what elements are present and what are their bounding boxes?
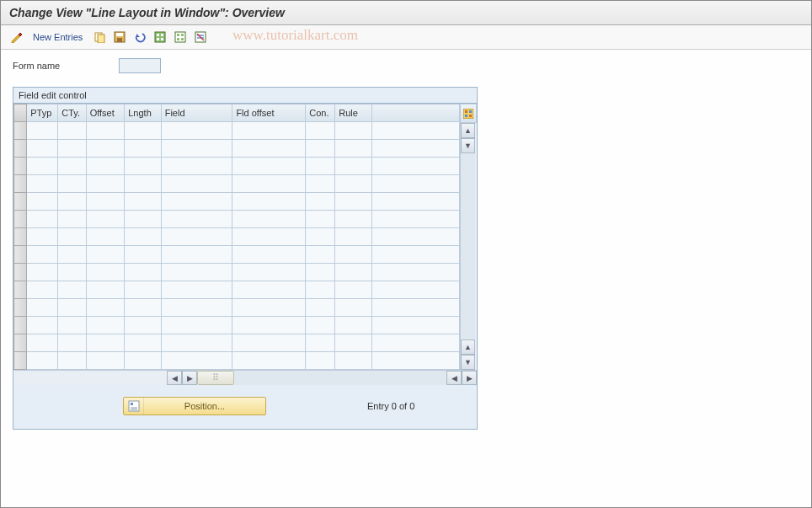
cell[interactable] bbox=[125, 175, 161, 193]
row-selector[interactable] bbox=[14, 352, 27, 370]
cell[interactable] bbox=[232, 140, 306, 158]
undo-icon[interactable] bbox=[131, 29, 148, 45]
cell[interactable] bbox=[27, 140, 58, 158]
cell[interactable] bbox=[232, 317, 306, 334]
row-selector[interactable] bbox=[14, 281, 27, 299]
cell[interactable] bbox=[161, 352, 232, 370]
cell[interactable] bbox=[125, 352, 161, 370]
cell[interactable] bbox=[232, 158, 306, 175]
cell[interactable] bbox=[27, 175, 58, 193]
cell[interactable] bbox=[161, 140, 232, 158]
cell[interactable] bbox=[306, 211, 335, 228]
table-row[interactable] bbox=[14, 211, 460, 228]
cell[interactable] bbox=[58, 158, 86, 175]
position-button[interactable]: Position... bbox=[123, 397, 266, 415]
cell[interactable] bbox=[86, 193, 125, 211]
row-selector[interactable] bbox=[14, 264, 27, 281]
cell[interactable] bbox=[58, 140, 86, 158]
vertical-scrollbar[interactable]: ▲ ▼ ▲ ▼ bbox=[460, 123, 475, 370]
cell[interactable] bbox=[27, 352, 58, 370]
cell[interactable] bbox=[161, 211, 232, 228]
cell[interactable] bbox=[306, 193, 335, 211]
row-selector[interactable] bbox=[14, 175, 27, 193]
cell[interactable] bbox=[335, 299, 371, 317]
cell[interactable] bbox=[27, 299, 58, 317]
table-row[interactable] bbox=[14, 246, 460, 264]
cell[interactable] bbox=[232, 175, 306, 193]
table-row[interactable] bbox=[14, 140, 460, 158]
cell[interactable] bbox=[335, 317, 371, 334]
col-header-ptyp[interactable]: PTyp bbox=[27, 104, 58, 122]
scroll-right-icon[interactable]: ▶ bbox=[182, 371, 197, 385]
cell[interactable] bbox=[86, 158, 125, 175]
cell[interactable] bbox=[86, 317, 125, 334]
cell[interactable] bbox=[125, 317, 161, 334]
cell[interactable] bbox=[161, 299, 232, 317]
cell[interactable] bbox=[161, 175, 232, 193]
form-name-input[interactable] bbox=[119, 58, 161, 73]
delete-icon[interactable] bbox=[192, 29, 209, 45]
cell[interactable] bbox=[161, 246, 232, 264]
table-row[interactable] bbox=[14, 299, 460, 317]
cell[interactable] bbox=[27, 158, 58, 175]
col-header-offset[interactable]: Offset bbox=[86, 104, 125, 122]
cell[interactable] bbox=[306, 317, 335, 334]
cell[interactable] bbox=[125, 193, 161, 211]
cell[interactable] bbox=[86, 334, 125, 352]
scroll-thumb[interactable]: ⠿ bbox=[197, 371, 234, 385]
cell[interactable] bbox=[58, 175, 86, 193]
cell[interactable] bbox=[306, 352, 335, 370]
cell[interactable] bbox=[335, 264, 371, 281]
table-settings-icon[interactable] bbox=[460, 104, 477, 123]
cell[interactable] bbox=[58, 317, 86, 334]
cell[interactable] bbox=[125, 228, 161, 246]
copy-icon[interactable] bbox=[91, 29, 108, 45]
cell[interactable] bbox=[161, 264, 232, 281]
cell[interactable] bbox=[306, 228, 335, 246]
cell[interactable] bbox=[27, 334, 58, 352]
row-selector[interactable] bbox=[14, 334, 27, 352]
cell[interactable] bbox=[306, 281, 335, 299]
table-row[interactable] bbox=[14, 352, 460, 370]
cell[interactable] bbox=[27, 193, 58, 211]
select-all-rows[interactable] bbox=[14, 104, 27, 122]
cell[interactable] bbox=[232, 334, 306, 352]
cell[interactable] bbox=[232, 211, 306, 228]
col-header-rule[interactable]: Rule bbox=[335, 104, 371, 122]
scroll-track[interactable] bbox=[461, 153, 475, 340]
cell[interactable] bbox=[86, 175, 125, 193]
cell[interactable] bbox=[58, 122, 86, 140]
horizontal-scrollbar[interactable]: ◀ ▶ ⠿ ◀ ▶ bbox=[13, 370, 477, 385]
row-selector[interactable] bbox=[14, 193, 27, 211]
cell[interactable] bbox=[161, 158, 232, 175]
row-selector[interactable] bbox=[14, 228, 27, 246]
cell[interactable] bbox=[335, 158, 371, 175]
scroll-up-icon[interactable]: ▲ bbox=[461, 123, 475, 138]
cell[interactable] bbox=[335, 140, 371, 158]
scroll-right2-icon[interactable]: ▶ bbox=[462, 371, 477, 385]
change-icon[interactable] bbox=[8, 29, 24, 45]
row-selector[interactable] bbox=[14, 140, 27, 158]
scroll-down-icon[interactable]: ▼ bbox=[461, 355, 475, 370]
cell[interactable] bbox=[58, 264, 86, 281]
cell[interactable] bbox=[335, 246, 371, 264]
cell[interactable] bbox=[335, 352, 371, 370]
row-selector[interactable] bbox=[14, 211, 27, 228]
table-row[interactable] bbox=[14, 228, 460, 246]
col-header-cty[interactable]: CTy. bbox=[58, 104, 86, 122]
cell[interactable] bbox=[86, 299, 125, 317]
row-selector[interactable] bbox=[14, 317, 27, 334]
cell[interactable] bbox=[58, 193, 86, 211]
cell[interactable] bbox=[232, 281, 306, 299]
cell[interactable] bbox=[232, 122, 306, 140]
cell[interactable] bbox=[27, 246, 58, 264]
cell[interactable] bbox=[58, 211, 86, 228]
cell[interactable] bbox=[306, 246, 335, 264]
cell[interactable] bbox=[306, 158, 335, 175]
row-selector[interactable] bbox=[14, 299, 27, 317]
cell[interactable] bbox=[161, 317, 232, 334]
cell[interactable] bbox=[86, 122, 125, 140]
scroll-left-icon[interactable]: ◀ bbox=[167, 371, 182, 385]
cell[interactable] bbox=[335, 211, 371, 228]
cell[interactable] bbox=[306, 264, 335, 281]
